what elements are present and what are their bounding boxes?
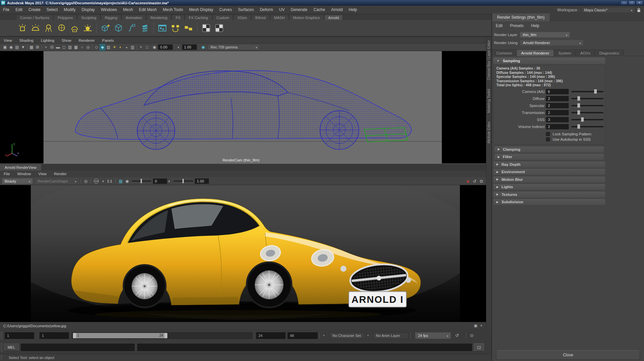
mesh-light-icon[interactable]	[43, 22, 54, 34]
drag-handle[interactable]	[1, 332, 2, 340]
render-settings-tab[interactable]: Common	[492, 49, 517, 56]
renderview-menu-item[interactable]: Render	[50, 170, 70, 177]
minimize-button[interactable]: ─	[621, 1, 628, 5]
range-slider-track[interactable]: 1 24	[72, 332, 252, 339]
section-header[interactable]: Lights	[493, 184, 605, 190]
drag-handle[interactable]	[1, 343, 2, 352]
render-camera-dropdown[interactable]: RenderCamShape	[35, 178, 79, 184]
shelf-tab[interactable]: Polygons	[54, 15, 77, 20]
light-portal-icon[interactable]	[69, 22, 80, 34]
render-play-icon[interactable]: ▶	[467, 179, 470, 184]
shelf-tab[interactable]: FX Caching	[185, 15, 212, 20]
checkbox[interactable]	[546, 132, 550, 136]
menu-item[interactable]: Modify	[61, 6, 78, 14]
section-header[interactable]: Textures	[493, 192, 605, 198]
side-tab[interactable]: Attribute Editor	[487, 121, 491, 143]
menu-item[interactable]: UV	[276, 6, 288, 14]
ipr-render-icon[interactable]	[170, 22, 181, 34]
shadows-icon[interactable]: ◐	[117, 44, 124, 51]
playback-loop-icon[interactable]: ↺	[455, 333, 459, 338]
side-tab[interactable]: Modeling Toolkit	[487, 89, 491, 113]
render-using-dropdown[interactable]: Arnold Renderer	[520, 40, 583, 46]
slider-value-field[interactable]: 2	[546, 103, 569, 108]
slider-handle[interactable]	[577, 124, 580, 129]
renderview-canvas[interactable]: ARNOLD I	[0, 185, 486, 322]
playback-start-field[interactable]: 1	[39, 332, 69, 339]
sampling-section-header[interactable]: Sampling	[493, 57, 605, 64]
chevron-down-icon[interactable]	[253, 44, 259, 50]
volume-icon[interactable]	[139, 22, 150, 34]
anim-prefs-clock-icon[interactable]: ⊙	[470, 333, 474, 338]
menu-item[interactable]: Windows	[98, 6, 120, 14]
anti-alias-icon[interactable]: ▥	[130, 44, 136, 51]
section-header[interactable]: Ray Depth	[493, 161, 605, 167]
render-view-icon[interactable]	[157, 22, 168, 34]
snapshot-icon[interactable]: ◎	[84, 179, 87, 184]
menu-item[interactable]: Edit Mesh	[136, 6, 160, 14]
close-button[interactable]: Close	[496, 350, 640, 360]
viewport-menu-item[interactable]: View	[0, 37, 16, 43]
texture-checker-icon[interactable]	[200, 22, 212, 34]
camera-attributes-icon[interactable]: ▤	[14, 44, 20, 51]
viewport-canvas[interactable]: RenderCam (thin_film) y x z	[0, 51, 486, 163]
slider-track[interactable]	[571, 105, 603, 106]
render-settings-title[interactable]: Render Settings (thin_film)	[492, 13, 550, 21]
pan-zoom-icon[interactable]: ⊞	[34, 44, 41, 51]
slider-track[interactable]	[571, 112, 603, 113]
wireframe-render-region[interactable]: RenderCam (thin_film)	[44, 51, 442, 163]
aov-dropdown[interactable]: Beauty	[2, 178, 33, 184]
viewport-menu-item[interactable]: Panels	[98, 37, 117, 43]
section-header[interactable]: Environment	[493, 169, 605, 175]
viewport-exposure-field[interactable]: 0.00	[158, 44, 173, 50]
shelf-tab[interactable]: Motion Graphics	[289, 15, 324, 20]
shelf-tab[interactable]: Custom	[213, 15, 233, 20]
chevron-down-icon[interactable]	[26, 178, 32, 184]
occlusion-icon[interactable]: ◒	[124, 44, 130, 51]
render-settings-tab[interactable]: AOVs	[576, 49, 595, 56]
menu-item[interactable]: Cache	[310, 6, 328, 14]
film-gate-icon[interactable]: ▬	[55, 44, 61, 51]
renderview-settings-gear-icon[interactable]: ⚙	[479, 179, 483, 184]
menu-item[interactable]: Arnold	[328, 6, 346, 14]
menu-item[interactable]: Select	[44, 6, 61, 14]
slider-track[interactable]	[571, 91, 603, 92]
anim-layer-menu-icon[interactable]: ▼	[367, 334, 369, 337]
slider-handle[interactable]	[581, 117, 584, 122]
character-set-menu-icon[interactable]: ▼	[323, 334, 325, 337]
exposure-field[interactable]: 0	[153, 178, 167, 184]
menu-item[interactable]: Mesh	[120, 6, 136, 14]
menu-item[interactable]: Mesh Tools	[160, 6, 186, 14]
color-management-icon[interactable]: ◉	[202, 45, 205, 49]
standin-icon[interactable]	[113, 22, 124, 34]
separator[interactable]	[27, 45, 27, 49]
renderview-menu-item[interactable]: Window	[14, 170, 35, 177]
area-light-icon[interactable]	[17, 22, 28, 34]
render-layer-dropdown[interactable]: thin_film	[520, 32, 570, 38]
slider-track[interactable]	[571, 126, 603, 127]
slider-value-field[interactable]: 2	[546, 124, 569, 129]
refresh-render-icon[interactable]: ↺	[473, 179, 476, 184]
menu-item[interactable]: Curves	[216, 6, 235, 14]
use-all-lights-icon[interactable]: ☀	[111, 44, 117, 51]
script-editor-icon[interactable]: {;}	[474, 343, 484, 351]
section-header[interactable]: Clamping	[495, 146, 604, 152]
slider-handle[interactable]	[577, 110, 580, 115]
rgb-channels-icon[interactable]: RGB	[94, 178, 99, 184]
physical-sky-icon[interactable]	[82, 22, 93, 34]
shelf-tab[interactable]: FX	[172, 15, 184, 20]
slider-handle[interactable]	[577, 103, 580, 108]
xray-icon[interactable]: □	[144, 44, 150, 51]
viewport-menu-item[interactable]: Renderer	[75, 37, 98, 43]
renderview-menu-item[interactable]: File	[0, 170, 14, 177]
shelf-tab[interactable]: Rendering	[146, 15, 171, 20]
gamma-icon[interactable]: ◐	[168, 179, 171, 184]
alpha-channel-icon[interactable]: ◑	[101, 179, 104, 184]
slider-handle[interactable]	[594, 89, 597, 94]
renderview-menu-item[interactable]: View	[34, 170, 50, 177]
separator[interactable]	[92, 45, 92, 49]
bookmarks-icon[interactable]: ▼	[20, 44, 26, 51]
exposure-slider[interactable]	[132, 180, 151, 182]
curve-collector-icon[interactable]	[126, 22, 137, 34]
drag-handle[interactable]	[1, 355, 2, 360]
render-settings-menu-item[interactable]: Edit	[492, 22, 506, 30]
